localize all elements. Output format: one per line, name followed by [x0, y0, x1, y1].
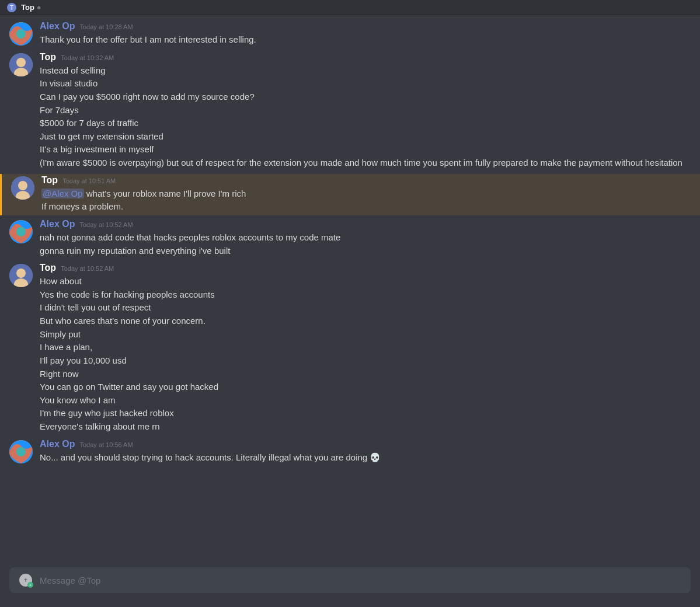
message-text: Right now	[40, 368, 691, 381]
message-content: Top Today at 10:51 AM @Alex Op what's yo…	[41, 175, 691, 214]
message-text: If moneys a problem.	[41, 201, 691, 213]
message-timestamp: Today at 10:32 AM	[61, 54, 114, 61]
message-content: Top Today at 10:52 AM How about Yes the …	[40, 263, 691, 434]
message-text: Instead of selling	[40, 65, 691, 77]
message-input-area: + +	[0, 567, 700, 607]
svg-point-3	[16, 29, 26, 39]
message-content: Alex Op Today at 10:28 AM Thank you for …	[40, 21, 691, 47]
svg-point-15	[16, 227, 26, 236]
message-text: Simply put	[40, 329, 691, 341]
message-text: Just to get my extension started	[40, 131, 691, 143]
message-text: I have a plan,	[40, 341, 691, 354]
message-text: I didn't tell you out of respect	[40, 302, 691, 314]
channel-icon: T	[7, 3, 16, 12]
message-timestamp: Today at 10:28 AM	[79, 23, 133, 30]
message-text: How about	[40, 275, 691, 288]
svg-text:T: T	[10, 5, 13, 11]
message-timestamp: Today at 10:56 AM	[79, 441, 133, 448]
message-text: $5000 for 7 days of traffic	[40, 117, 691, 130]
message-text: I'm the guy who just hacked roblox	[40, 407, 691, 420]
message-input[interactable]	[40, 575, 681, 585]
message-timestamp: Today at 10:52 AM	[61, 265, 114, 272]
message-text: (I'm aware $5000 is overpaying) but out …	[40, 157, 691, 169]
message-header: Top Today at 10:52 AM	[40, 263, 691, 273]
message-header: Top Today at 10:32 AM	[40, 52, 691, 62]
message-group: Alex Op Today at 10:52 AM nah not gonna …	[0, 218, 700, 259]
message-text: I'll pay you 10,000 usd	[40, 355, 691, 367]
message-author: Top	[41, 175, 58, 186]
message-timestamp: Today at 10:52 AM	[79, 221, 133, 228]
message-header: Top Today at 10:51 AM	[41, 175, 691, 186]
plus-badge: +	[27, 582, 33, 588]
message-header: Alex Op Today at 10:52 AM	[40, 219, 691, 229]
add-file-icon[interactable]: + +	[19, 573, 33, 587]
message-text: You can go on Twitter and say you got ha…	[40, 381, 691, 393]
message-author: Alex Op	[40, 219, 75, 229]
message-text: Yes the code is for hacking peoples acco…	[40, 289, 691, 301]
message-author: Alex Op	[40, 439, 75, 449]
message-group: Alex Op Today at 10:56 AM No... and you …	[0, 438, 700, 466]
message-text: For 7days	[40, 104, 691, 117]
message-text: In visual studio	[40, 78, 691, 90]
message-group: Top Today at 10:32 AM Instead of selling…	[0, 51, 700, 172]
message-text: You know who I am	[40, 395, 691, 407]
mention: @Alex Op	[41, 189, 84, 198]
message-text: But who cares that's none of your concer…	[40, 315, 691, 327]
avatar	[9, 220, 33, 243]
message-text: Everyone's talking about me rn	[40, 421, 691, 433]
message-content: Alex Op Today at 10:52 AM nah not gonna …	[40, 219, 691, 258]
message-header: Alex Op Today at 10:28 AM	[40, 21, 691, 32]
message-content: Alex Op Today at 10:56 AM No... and you …	[40, 439, 691, 465]
message-author: Alex Op	[40, 21, 75, 32]
message-text: @Alex Op what's your roblox name I'll pr…	[41, 188, 691, 200]
avatar	[11, 176, 34, 200]
message-text: nah not gonna add code that hacks people…	[40, 232, 691, 244]
message-author: Top	[40, 263, 56, 273]
add-icon-inner: + +	[19, 574, 32, 587]
channel-name: Top	[21, 3, 34, 12]
avatar	[9, 264, 33, 287]
svg-point-5	[16, 58, 26, 67]
message-text: Can I pay you $5000 right now to add my …	[40, 91, 691, 103]
avatar	[9, 53, 33, 76]
svg-point-22	[16, 447, 26, 456]
svg-point-10	[18, 181, 27, 190]
message-group-highlighted: Top Today at 10:51 AM @Alex Op what's yo…	[0, 174, 700, 215]
message-content: Top Today at 10:32 AM Instead of selling…	[40, 52, 691, 170]
avatar	[9, 22, 33, 46]
message-text: No... and you should stop trying to hack…	[40, 452, 691, 464]
avatar	[9, 440, 33, 463]
title-bar: T Top ●	[0, 0, 700, 15]
message-text: gonna ruin my reputation and everything …	[40, 245, 691, 257]
svg-text:+: +	[23, 576, 27, 584]
svg-point-17	[16, 268, 26, 278]
message-author: Top	[40, 52, 56, 62]
message-text: It's a big investment in myself	[40, 144, 691, 156]
message-text: Thank you for the offer but I am not int…	[40, 34, 691, 46]
message-timestamp: Today at 10:51 AM	[62, 177, 116, 184]
messages-container: Alex Op Today at 10:28 AM Thank you for …	[0, 15, 700, 567]
message-input-wrapper: + +	[9, 567, 691, 593]
title-bar-dot: ●	[37, 3, 41, 12]
message-header: Alex Op Today at 10:56 AM	[40, 439, 691, 449]
message-group: Alex Op Today at 10:28 AM Thank you for …	[0, 20, 700, 48]
message-group: Top Today at 10:52 AM How about Yes the …	[0, 261, 700, 435]
